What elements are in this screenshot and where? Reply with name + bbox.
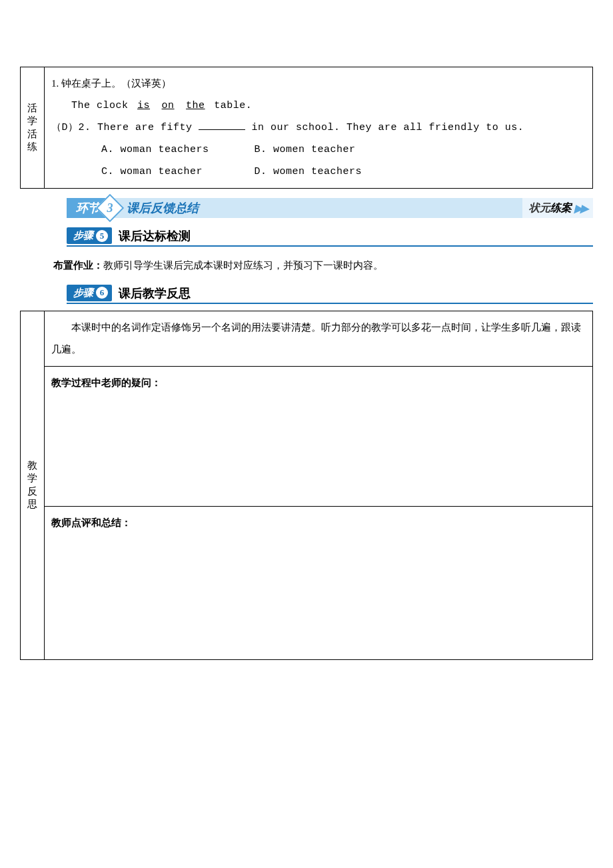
section-3-right-text1: 状元 <box>529 201 550 215</box>
q2-paren-open: （ <box>51 122 62 133</box>
section-3-bar: 环节 3 课后反馈总结 状元练案 ▶▶ <box>67 198 593 218</box>
reflection-questions-cell: 教学过程中老师的疑问： <box>45 366 593 506</box>
q1-blank-1: is <box>135 100 153 111</box>
q2-line: （D）2. There are fifty in our school. The… <box>51 117 586 139</box>
section-3-arrows-icon: ▶▶ <box>574 202 586 215</box>
assignment-line: 布置作业：教师引导学生课后完成本课时对应练习，并预习下一课时内容。 <box>53 256 593 275</box>
q2-blank <box>199 129 245 130</box>
assignment-label: 布置作业： <box>53 260 103 271</box>
q2-stem-suffix: in our school. They are all friendly to … <box>252 122 524 133</box>
reflection-table: 教学反思 本课时中的名词作定语修饰另一个名词的用法要讲清楚。听力部分的教学可以多… <box>20 311 593 660</box>
q1-blank-3: the <box>183 100 208 111</box>
step-5-badge: 步骤 5 <box>67 227 112 244</box>
practice-content: 1. 钟在桌子上。（汉译英） The clock is on the table… <box>45 67 593 189</box>
q2-option-c: C. woman teacher <box>101 161 248 183</box>
q1-chinese: 钟在桌子上。（汉译英） <box>61 78 171 89</box>
step-6-badge: 步骤 6 <box>67 285 112 301</box>
reflection-label-text: 教学反思 <box>27 459 37 511</box>
step-5-title: 课后达标检测 <box>119 228 191 244</box>
q1-en-suffix: table. <box>214 100 252 111</box>
q2-options-row1: A. woman teachers B. women teacher <box>51 139 586 161</box>
section-3-right-text2: 练案 <box>550 201 572 215</box>
practice-row-label: 活学活练 <box>21 67 45 189</box>
section-3-title: 课后反馈总结 <box>115 198 522 218</box>
practice-table: 活学活练 1. 钟在桌子上。（汉译英） The clock is on the … <box>20 67 593 189</box>
reflection-summary-space <box>51 534 586 654</box>
step-5-label: 步骤 <box>73 229 93 242</box>
step-6-title: 课后教学反思 <box>119 285 191 301</box>
q2-stem-mid: ）2. There are fifty <box>68 122 193 133</box>
reflection-summary-heading: 教师点评和总结： <box>51 512 586 534</box>
q2-option-a: A. woman teachers <box>101 139 248 161</box>
step-6-label: 步骤 <box>73 287 93 299</box>
section-3-number: 3 <box>107 201 113 215</box>
q2-option-b: B. women teacher <box>255 144 356 155</box>
q2-option-d: D. women teachers <box>255 166 362 177</box>
q1-blank-2: on <box>159 100 177 111</box>
section-3-right: 状元练案 ▶▶ <box>522 198 593 218</box>
reflection-questions-heading: 教学过程中老师的疑问： <box>51 372 586 394</box>
practice-label-text: 活学活练 <box>27 102 37 154</box>
step-5-header: 步骤 5 课后达标检测 <box>67 227 593 247</box>
q1-line-en: The clock is on the table. <box>51 95 586 117</box>
reflection-paragraph: 本课时中的名词作定语修饰另一个名词的用法要讲清楚。听力部分的教学可以多花一点时间… <box>51 317 586 361</box>
q1-line-zh: 1. 钟在桌子上。（汉译英） <box>51 73 586 95</box>
step-6-header: 步骤 6 课后教学反思 <box>67 285 593 304</box>
step-6-number: 6 <box>96 287 108 299</box>
q2-answer: D <box>62 122 69 133</box>
reflection-questions-space <box>51 394 586 501</box>
q2-options-row2: C. woman teacher D. women teachers <box>51 161 586 183</box>
q1-en-prefix: The clock <box>71 100 129 111</box>
reflection-summary-cell: 教师点评和总结： <box>45 506 593 659</box>
reflection-row-label: 教学反思 <box>21 311 45 659</box>
reflection-paragraph-cell: 本课时中的名词作定语修饰另一个名词的用法要讲清楚。听力部分的教学可以多花一点时间… <box>45 311 593 366</box>
step-5-number: 5 <box>96 230 108 242</box>
assignment-text: 教师引导学生课后完成本课时对应练习，并预习下一课时内容。 <box>103 260 383 271</box>
q1-number: 1. <box>51 78 59 89</box>
